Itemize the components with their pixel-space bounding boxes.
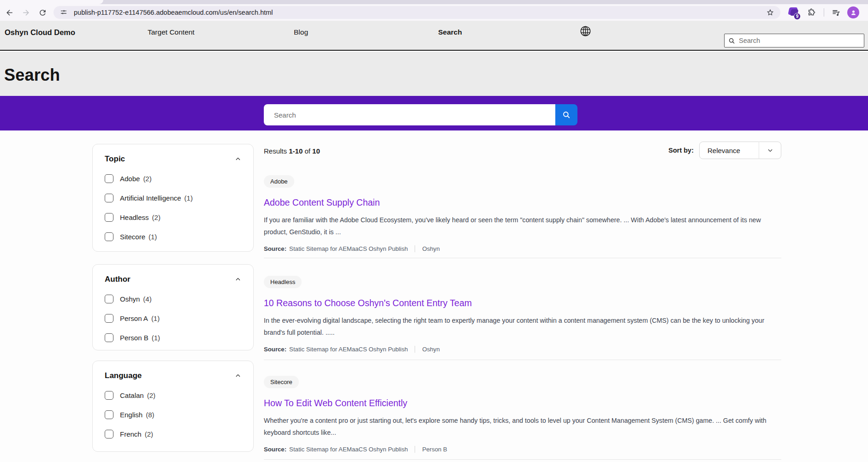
filter-option[interactable]: French (2) xyxy=(105,430,241,438)
reload-icon[interactable] xyxy=(37,7,48,18)
checkbox[interactable] xyxy=(105,410,113,419)
filter-option[interactable]: Catalan (2) xyxy=(105,391,241,400)
result-tag[interactable]: Sitecore xyxy=(264,376,299,388)
result-divider xyxy=(264,360,781,360)
filter-option[interactable]: Person B (1) xyxy=(105,333,241,342)
source-value: Static Sitemap for AEMaaCS Oshyn Publish xyxy=(289,245,408,252)
chevron-up-icon xyxy=(235,373,241,379)
source-author: Oshyn xyxy=(422,346,440,353)
filter-option-label: Headless xyxy=(120,213,149,221)
result-tag[interactable]: Headless xyxy=(264,276,302,288)
hero-section: Search xyxy=(0,52,868,96)
banner-search-button[interactable] xyxy=(555,104,577,125)
url-bar[interactable]: publish-p117752-e1147566.adobeaemcloud.c… xyxy=(54,6,780,19)
filter-title: Author xyxy=(105,275,131,284)
extension-badge: 9 xyxy=(794,13,801,20)
checkbox[interactable] xyxy=(105,194,113,202)
chevron-up-icon xyxy=(235,276,241,283)
sort-by-label: Sort by: xyxy=(668,147,694,154)
filter-option-count: (2) xyxy=(143,175,151,183)
source-separator xyxy=(415,346,415,353)
filter-header[interactable]: Author xyxy=(105,275,241,284)
sort-dropdown[interactable]: Relevance xyxy=(699,142,781,159)
checkbox[interactable] xyxy=(105,213,113,222)
filter-option-label: Oshyn xyxy=(120,295,140,303)
header-search-input[interactable] xyxy=(739,37,860,44)
filter-option-label: English xyxy=(120,411,143,419)
filter-option[interactable]: Sitecore (1) xyxy=(105,232,241,241)
summary-of: of xyxy=(304,147,310,155)
filter-option[interactable]: Adobe (2) xyxy=(105,174,241,183)
checkbox[interactable] xyxy=(105,174,113,183)
site-header: Oshyn Cloud Demo Target Content Blog Sea… xyxy=(0,21,868,51)
filter-option[interactable]: Oshyn (4) xyxy=(105,295,241,303)
source-separator xyxy=(415,446,415,453)
extensions-puzzle-icon[interactable] xyxy=(806,7,817,18)
filter-option-label: Artificial Intelligence xyxy=(120,194,181,202)
filter-option-count: (2) xyxy=(147,391,155,399)
header-search-box[interactable] xyxy=(724,34,864,47)
result-item: Headless 10 Reasons to Choose Oshyn's Co… xyxy=(264,276,781,353)
source-author: Person B xyxy=(422,446,447,453)
source-label: Source: xyxy=(264,245,286,252)
brand-link[interactable]: Oshyn Cloud Demo xyxy=(5,27,75,37)
filter-option[interactable]: Artificial Intelligence (1) xyxy=(105,194,241,202)
filter-header[interactable]: Language xyxy=(105,371,241,380)
source-label: Source: xyxy=(264,346,286,353)
result-tag[interactable]: Adobe xyxy=(264,175,294,188)
result-source-row: Source: Static Sitemap for AEMaaCS Oshyn… xyxy=(264,446,781,453)
nav-item-blog[interactable]: Blog xyxy=(294,27,308,37)
result-title-link[interactable]: How To Edit Web Content Efficiently xyxy=(264,398,781,409)
search-banner xyxy=(0,96,868,130)
result-title-link[interactable]: Adobe Content Supply Chain xyxy=(264,197,781,208)
banner-search-form xyxy=(264,104,577,125)
filter-option[interactable]: Person A (1) xyxy=(105,314,241,323)
filter-option-label: Catalan xyxy=(120,391,144,399)
source-value: Static Sitemap for AEMaaCS Oshyn Publish xyxy=(289,446,408,453)
filter-option-count: (1) xyxy=(151,314,160,322)
sort-row: Sort by: Relevance xyxy=(668,142,781,159)
filter-option[interactable]: English (8) xyxy=(105,410,241,419)
summary-total: 10 xyxy=(312,147,320,155)
browser-tab-strip xyxy=(0,0,868,4)
nav-item-search[interactable]: Search xyxy=(438,27,462,37)
checkbox[interactable] xyxy=(105,314,113,323)
back-icon[interactable] xyxy=(4,7,15,18)
checkbox[interactable] xyxy=(105,391,113,400)
checkbox[interactable] xyxy=(105,295,113,303)
search-icon xyxy=(728,37,735,44)
checkbox[interactable] xyxy=(105,430,113,438)
result-divider xyxy=(264,258,781,258)
result-description: If you are familiar with the Adobe Cloud… xyxy=(264,214,781,238)
profile-avatar[interactable] xyxy=(847,6,859,18)
nav-item-target-content[interactable]: Target Content xyxy=(148,27,195,37)
chevron-down-icon xyxy=(767,147,773,154)
checkbox[interactable] xyxy=(105,333,113,342)
result-source-row: Source: Static Sitemap for AEMaaCS Oshyn… xyxy=(264,245,781,252)
url-text[interactable]: publish-p117752-e1147566.adobeaemcloud.c… xyxy=(74,9,765,16)
filter-option[interactable]: Headless (2) xyxy=(105,213,241,222)
sort-chevron-button[interactable] xyxy=(759,142,781,159)
source-author: Oshyn xyxy=(422,245,440,252)
site-info-icon[interactable] xyxy=(58,7,69,18)
media-playlist-icon[interactable] xyxy=(831,7,842,18)
browser-toolbar: publish-p117752-e1147566.adobeaemcloud.c… xyxy=(0,4,868,21)
adobe-extension-icon[interactable]: 9 xyxy=(788,6,800,18)
filter-title: Language xyxy=(105,371,142,380)
source-value: Static Sitemap for AEMaaCS Oshyn Publish xyxy=(289,346,408,353)
bookmark-star-icon[interactable] xyxy=(765,7,776,18)
language-globe-icon[interactable] xyxy=(579,25,592,39)
filter-header[interactable]: Topic xyxy=(105,154,241,164)
checkbox[interactable] xyxy=(105,232,113,241)
result-divider xyxy=(264,459,781,460)
filter-option-label: Sitecore xyxy=(120,233,145,241)
filter-option-count: (8) xyxy=(146,411,154,419)
result-item: Adobe Adobe Content Supply Chain If you … xyxy=(264,175,781,252)
forward-icon[interactable] xyxy=(20,7,31,18)
banner-search-input[interactable] xyxy=(264,104,555,125)
filter-title: Topic xyxy=(105,154,125,164)
summary-range: 1-10 xyxy=(289,147,303,155)
page-title: Search xyxy=(4,65,60,85)
result-title-link[interactable]: 10 Reasons to Choose Oshyn's Content Ent… xyxy=(264,298,781,308)
result-source-row: Source: Static Sitemap for AEMaaCS Oshyn… xyxy=(264,346,781,353)
